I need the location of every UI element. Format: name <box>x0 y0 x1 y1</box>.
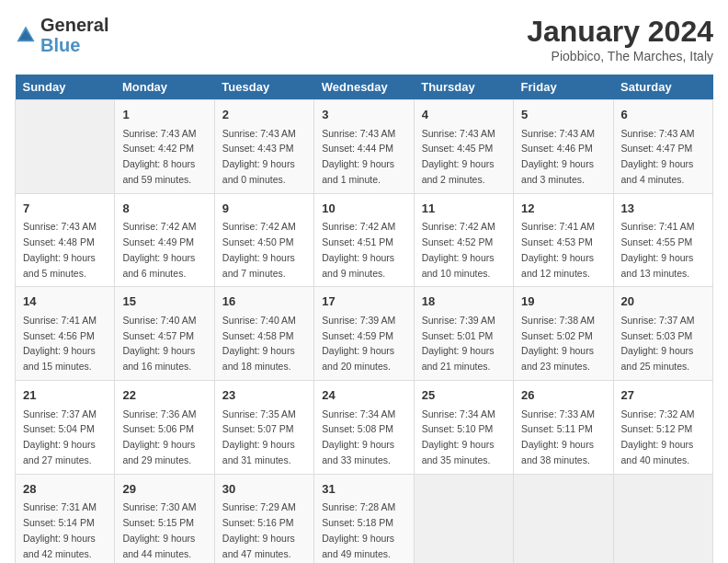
logo-icon <box>15 24 37 46</box>
day-number: 15 <box>122 293 206 311</box>
calendar-cell: 8Sunrise: 7:42 AMSunset: 4:49 PMDaylight… <box>115 193 214 287</box>
calendar-cell: 1Sunrise: 7:43 AMSunset: 4:42 PMDaylight… <box>115 100 214 194</box>
calendar-cell: 7Sunrise: 7:43 AMSunset: 4:48 PMDaylight… <box>16 193 115 287</box>
day-info: Sunrise: 7:40 AMSunset: 4:57 PMDaylight:… <box>122 313 206 374</box>
weekday-header-saturday: Saturday <box>613 75 712 100</box>
day-info: Sunrise: 7:37 AMSunset: 5:04 PMDaylight:… <box>23 407 107 468</box>
calendar-cell <box>414 474 513 563</box>
calendar-cell: 12Sunrise: 7:41 AMSunset: 4:53 PMDayligh… <box>514 193 613 287</box>
calendar-week-row: 28Sunrise: 7:31 AMSunset: 5:14 PMDayligh… <box>16 474 713 563</box>
day-info: Sunrise: 7:43 AMSunset: 4:43 PMDaylight:… <box>222 126 306 188</box>
day-number: 11 <box>422 200 506 218</box>
calendar-cell <box>514 474 613 563</box>
calendar-cell: 9Sunrise: 7:42 AMSunset: 4:50 PMDaylight… <box>214 193 313 287</box>
day-number: 21 <box>23 386 107 405</box>
calendar-cell: 19Sunrise: 7:38 AMSunset: 5:02 PMDayligh… <box>514 287 613 381</box>
calendar-cell: 10Sunrise: 7:42 AMSunset: 4:51 PMDayligh… <box>314 193 414 287</box>
header: General Blue January 2024 Piobbico, The … <box>15 15 713 63</box>
title-section: January 2024 Piobbico, The Marches, Ital… <box>527 15 713 63</box>
calendar-cell: 6Sunrise: 7:43 AMSunset: 4:47 PMDaylight… <box>613 100 712 194</box>
calendar-cell: 21Sunrise: 7:37 AMSunset: 5:04 PMDayligh… <box>16 381 115 475</box>
logo-text: General Blue <box>40 15 108 55</box>
day-number: 14 <box>23 293 107 311</box>
calendar-cell: 2Sunrise: 7:43 AMSunset: 4:43 PMDaylight… <box>214 100 313 194</box>
calendar-week-row: 21Sunrise: 7:37 AMSunset: 5:04 PMDayligh… <box>16 381 713 475</box>
day-number: 25 <box>422 386 506 405</box>
calendar-cell: 18Sunrise: 7:39 AMSunset: 5:01 PMDayligh… <box>414 287 513 381</box>
day-info: Sunrise: 7:33 AMSunset: 5:11 PMDaylight:… <box>521 407 605 468</box>
calendar-cell: 5Sunrise: 7:43 AMSunset: 4:46 PMDaylight… <box>514 100 613 194</box>
calendar-week-row: 7Sunrise: 7:43 AMSunset: 4:48 PMDaylight… <box>16 193 713 287</box>
calendar-cell: 27Sunrise: 7:32 AMSunset: 5:12 PMDayligh… <box>613 381 712 475</box>
day-number: 17 <box>322 293 405 311</box>
calendar-cell: 30Sunrise: 7:29 AMSunset: 5:16 PMDayligh… <box>214 474 313 563</box>
day-number: 23 <box>222 386 306 405</box>
day-number: 7 <box>23 200 107 218</box>
day-info: Sunrise: 7:32 AMSunset: 5:12 PMDaylight:… <box>621 407 705 468</box>
location: Piobbico, The Marches, Italy <box>527 49 713 63</box>
day-number: 10 <box>322 200 405 218</box>
day-number: 16 <box>222 293 306 311</box>
calendar-cell: 23Sunrise: 7:35 AMSunset: 5:07 PMDayligh… <box>214 381 313 475</box>
day-number: 1 <box>122 106 206 124</box>
month-year: January 2024 <box>527 15 713 49</box>
calendar-cell: 29Sunrise: 7:30 AMSunset: 5:15 PMDayligh… <box>115 474 214 563</box>
weekday-header-tuesday: Tuesday <box>214 75 313 100</box>
day-info: Sunrise: 7:41 AMSunset: 4:56 PMDaylight:… <box>23 313 107 374</box>
day-number: 8 <box>122 200 206 218</box>
day-number: 4 <box>422 106 506 124</box>
day-info: Sunrise: 7:43 AMSunset: 4:46 PMDaylight:… <box>521 126 605 188</box>
day-info: Sunrise: 7:35 AMSunset: 5:07 PMDaylight:… <box>222 407 306 468</box>
day-number: 9 <box>222 200 306 218</box>
day-number: 13 <box>621 200 705 218</box>
calendar-week-row: 1Sunrise: 7:43 AMSunset: 4:42 PMDaylight… <box>16 100 713 194</box>
day-number: 31 <box>322 480 405 499</box>
calendar-cell <box>613 474 712 563</box>
day-info: Sunrise: 7:40 AMSunset: 4:58 PMDaylight:… <box>222 313 306 374</box>
day-info: Sunrise: 7:43 AMSunset: 4:47 PMDaylight:… <box>621 126 705 188</box>
weekday-header-row: SundayMondayTuesdayWednesdayThursdayFrid… <box>16 75 713 100</box>
day-number: 30 <box>222 480 306 499</box>
day-number: 28 <box>23 480 107 499</box>
day-number: 6 <box>621 106 705 124</box>
day-info: Sunrise: 7:37 AMSunset: 5:03 PMDaylight:… <box>621 313 705 374</box>
day-info: Sunrise: 7:41 AMSunset: 4:55 PMDaylight:… <box>621 219 705 281</box>
logo: General Blue <box>15 15 108 55</box>
weekday-header-sunday: Sunday <box>16 75 115 100</box>
day-info: Sunrise: 7:42 AMSunset: 4:51 PMDaylight:… <box>322 219 405 281</box>
calendar-cell: 24Sunrise: 7:34 AMSunset: 5:08 PMDayligh… <box>314 381 414 475</box>
calendar-cell: 26Sunrise: 7:33 AMSunset: 5:11 PMDayligh… <box>514 381 613 475</box>
calendar-cell: 13Sunrise: 7:41 AMSunset: 4:55 PMDayligh… <box>613 193 712 287</box>
day-info: Sunrise: 7:43 AMSunset: 4:44 PMDaylight:… <box>322 126 405 188</box>
calendar-cell: 17Sunrise: 7:39 AMSunset: 4:59 PMDayligh… <box>314 287 414 381</box>
day-number: 26 <box>521 386 605 405</box>
calendar-cell: 3Sunrise: 7:43 AMSunset: 4:44 PMDaylight… <box>314 100 414 194</box>
day-info: Sunrise: 7:43 AMSunset: 4:42 PMDaylight:… <box>122 126 206 188</box>
calendar-cell: 16Sunrise: 7:40 AMSunset: 4:58 PMDayligh… <box>214 287 313 381</box>
calendar-cell: 22Sunrise: 7:36 AMSunset: 5:06 PMDayligh… <box>115 381 214 475</box>
day-number: 29 <box>122 480 206 499</box>
day-info: Sunrise: 7:31 AMSunset: 5:14 PMDaylight:… <box>23 500 107 561</box>
day-number: 18 <box>422 293 506 311</box>
day-info: Sunrise: 7:43 AMSunset: 4:45 PMDaylight:… <box>422 126 506 188</box>
day-number: 12 <box>521 200 605 218</box>
day-number: 22 <box>122 386 206 405</box>
day-number: 19 <box>521 293 605 311</box>
calendar-cell: 4Sunrise: 7:43 AMSunset: 4:45 PMDaylight… <box>414 100 513 194</box>
weekday-header-friday: Friday <box>514 75 613 100</box>
day-info: Sunrise: 7:36 AMSunset: 5:06 PMDaylight:… <box>122 407 206 468</box>
day-info: Sunrise: 7:42 AMSunset: 4:50 PMDaylight:… <box>222 219 306 281</box>
calendar-cell: 31Sunrise: 7:28 AMSunset: 5:18 PMDayligh… <box>314 474 414 563</box>
calendar-cell: 20Sunrise: 7:37 AMSunset: 5:03 PMDayligh… <box>613 287 712 381</box>
day-info: Sunrise: 7:38 AMSunset: 5:02 PMDaylight:… <box>521 313 605 374</box>
day-info: Sunrise: 7:39 AMSunset: 4:59 PMDaylight:… <box>322 313 405 374</box>
day-number: 2 <box>222 106 306 124</box>
calendar-cell: 25Sunrise: 7:34 AMSunset: 5:10 PMDayligh… <box>414 381 513 475</box>
day-number: 27 <box>621 386 705 405</box>
calendar-cell: 14Sunrise: 7:41 AMSunset: 4:56 PMDayligh… <box>16 287 115 381</box>
day-info: Sunrise: 7:34 AMSunset: 5:08 PMDaylight:… <box>322 407 405 468</box>
weekday-header-wednesday: Wednesday <box>314 75 414 100</box>
weekday-header-thursday: Thursday <box>414 75 513 100</box>
day-number: 24 <box>322 386 405 405</box>
day-info: Sunrise: 7:28 AMSunset: 5:18 PMDaylight:… <box>322 500 405 561</box>
